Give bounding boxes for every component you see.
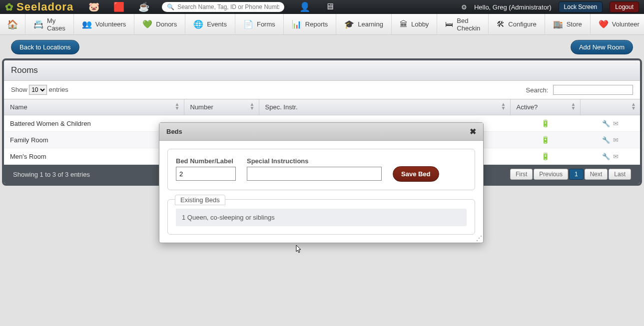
cell-actions: 🔧 ✉ bbox=[580, 132, 640, 148]
bed-icon: 🛏 bbox=[445, 20, 453, 29]
gear-icon[interactable]: ⚙ bbox=[461, 3, 467, 11]
bed-number-input[interactable] bbox=[176, 167, 236, 181]
col-header-active[interactable]: Active? ▲▼ bbox=[510, 99, 580, 115]
forms-icon: 📄 bbox=[243, 19, 253, 29]
coffee-icon[interactable]: ☕ bbox=[138, 1, 149, 12]
nav-bed-checkin[interactable]: 🛏 Bed Checkin bbox=[437, 14, 489, 34]
mail-icon[interactable]: ✉ bbox=[613, 153, 619, 160]
back-to-locations-button[interactable]: Back to Locations bbox=[11, 40, 79, 54]
resize-handle-icon[interactable]: ⋰ bbox=[476, 235, 482, 242]
col-header-number[interactable]: Number ▲▼ bbox=[184, 99, 259, 115]
show-prefix: Show bbox=[11, 86, 27, 93]
nav-lobby[interactable]: 🏛 Lobby bbox=[392, 14, 437, 34]
entries-select[interactable]: 10 bbox=[29, 85, 47, 95]
cell-active: 🔋 bbox=[510, 148, 580, 165]
cell-name: Men's Room bbox=[4, 148, 184, 165]
nav-label: Reports bbox=[305, 20, 328, 28]
nav-label: Volunteer bbox=[612, 20, 640, 28]
dialog-close-icon[interactable]: ✖ bbox=[470, 127, 476, 136]
col-header-name[interactable]: Name ▲▼ bbox=[4, 99, 184, 115]
global-search[interactable]: 🔍 bbox=[162, 2, 284, 12]
pager-last[interactable]: Last bbox=[609, 169, 631, 180]
search-input[interactable] bbox=[177, 3, 279, 10]
piggy-icon[interactable]: 🐷 bbox=[88, 1, 99, 12]
events-icon: 🌐 bbox=[193, 19, 203, 29]
nav-my-cases[interactable]: 📇 My Cases bbox=[25, 14, 74, 34]
special-instructions-label: Special Instructions bbox=[247, 157, 382, 165]
panel-title: Rooms bbox=[4, 60, 640, 81]
beds-dialog: Beds ✖ Bed Number/Label Special Instruct… bbox=[159, 122, 484, 243]
red-box-icon[interactable]: 🟥 bbox=[113, 1, 124, 12]
col-header-label: Active? bbox=[517, 103, 538, 111]
nav-home[interactable]: 🏠 bbox=[0, 14, 25, 34]
sort-icon: ▲▼ bbox=[571, 102, 576, 110]
entries-control: Show 10 entries bbox=[11, 85, 68, 95]
nav-store[interactable]: 🏬 Store bbox=[545, 14, 591, 34]
battery-icon: 🔋 bbox=[541, 136, 550, 144]
nav-forms[interactable]: 📄 Forms bbox=[235, 14, 284, 34]
app-logo[interactable]: ✿ Seeladora bbox=[5, 0, 73, 13]
existing-bed-row[interactable]: 1 Queen, co-sleeping or siblings bbox=[176, 209, 467, 226]
col-header-spec[interactable]: Spec. Instr. ▲▼ bbox=[259, 99, 510, 115]
dialog-title: Beds bbox=[166, 128, 182, 135]
dialog-titlebar[interactable]: Beds ✖ bbox=[159, 123, 483, 141]
existing-beds-fieldset: Existing Beds 1 Queen, co-sleeping or si… bbox=[167, 199, 475, 235]
nav-learning[interactable]: 🎓 Learning bbox=[336, 14, 392, 34]
nav-label: Store bbox=[567, 20, 582, 28]
col-header-actions: ▲▼ bbox=[580, 99, 640, 115]
pager-next[interactable]: Next bbox=[585, 169, 608, 180]
dialog-body: Bed Number/Label Special Instructions Sa… bbox=[159, 141, 483, 243]
mail-icon[interactable]: ✉ bbox=[613, 136, 619, 144]
monitor-icon[interactable]: 🖥 bbox=[325, 1, 334, 12]
edit-icon[interactable]: 🔧 bbox=[602, 136, 610, 144]
cell-actions: 🔧 ✉ bbox=[580, 115, 640, 132]
existing-beds-legend: Existing Beds bbox=[175, 195, 225, 205]
nav-label: Forms bbox=[257, 20, 275, 28]
nav-volunteer[interactable]: ❤️ Volunteer bbox=[591, 14, 644, 34]
cell-name: Battered Women & Children bbox=[4, 115, 184, 132]
sort-icon: ▲▼ bbox=[501, 102, 506, 110]
table-search-control: Search: bbox=[526, 85, 633, 95]
nav-label: Lobby bbox=[411, 20, 429, 28]
special-instructions-input[interactable] bbox=[247, 167, 382, 181]
bed-number-group: Bed Number/Label bbox=[176, 157, 236, 181]
nav-donors[interactable]: 💚 Donors bbox=[134, 14, 185, 34]
save-bed-button[interactable]: Save Bed bbox=[393, 166, 439, 182]
cases-icon: 📇 bbox=[33, 19, 43, 29]
sort-icon: ▲▼ bbox=[631, 102, 636, 110]
store-icon: 🏬 bbox=[553, 19, 563, 29]
edit-icon[interactable]: 🔧 bbox=[602, 153, 610, 160]
nav-events[interactable]: 🌐 Events bbox=[185, 14, 235, 34]
home-icon: 🏠 bbox=[7, 19, 18, 30]
lock-screen-button[interactable]: Lock Screen bbox=[559, 1, 603, 12]
cell-active: 🔋 bbox=[510, 115, 580, 132]
nav-reports[interactable]: 📊 Reports bbox=[284, 14, 337, 34]
col-header-label: Name bbox=[10, 103, 27, 111]
logout-button[interactable]: Logout bbox=[610, 1, 639, 12]
mail-icon[interactable]: ✉ bbox=[613, 120, 619, 127]
nav-label: Volunteers bbox=[95, 20, 126, 28]
nav-configure[interactable]: 🛠 Configure bbox=[489, 14, 545, 34]
battery-icon: 🔋 bbox=[541, 152, 550, 160]
topbar: ✿ Seeladora 🐷 🟥 ☕ 🔍 👤 🖥 ⚙ Hello, Greg (A… bbox=[0, 0, 644, 14]
lobby-icon: 🏛 bbox=[400, 20, 408, 29]
add-new-room-button[interactable]: Add New Room bbox=[571, 40, 633, 54]
table-search-input[interactable] bbox=[553, 85, 633, 95]
bed-number-label: Bed Number/Label bbox=[176, 157, 236, 165]
pagination: First Previous 1 Next Last bbox=[510, 169, 631, 180]
pager-page-1[interactable]: 1 bbox=[569, 169, 584, 180]
main-nav: 🏠 📇 My Cases 👥 Volunteers 💚 Donors 🌐 Eve… bbox=[0, 14, 644, 35]
edit-icon[interactable]: 🔧 bbox=[602, 120, 610, 127]
search-icon: 🔍 bbox=[167, 3, 174, 10]
pager-prev[interactable]: Previous bbox=[534, 169, 568, 180]
table-search-label: Search: bbox=[526, 86, 549, 94]
pager-first[interactable]: First bbox=[510, 169, 533, 180]
special-instructions-group: Special Instructions bbox=[247, 157, 382, 181]
cell-active: 🔋 bbox=[510, 132, 580, 148]
mouse-cursor-icon bbox=[296, 245, 303, 256]
person-icon[interactable]: 👤 bbox=[299, 1, 310, 12]
nav-label: Learning bbox=[358, 20, 383, 28]
nav-volunteers[interactable]: 👥 Volunteers bbox=[74, 14, 134, 34]
nav-label: Donors bbox=[156, 20, 177, 28]
reports-icon: 📊 bbox=[292, 19, 302, 29]
